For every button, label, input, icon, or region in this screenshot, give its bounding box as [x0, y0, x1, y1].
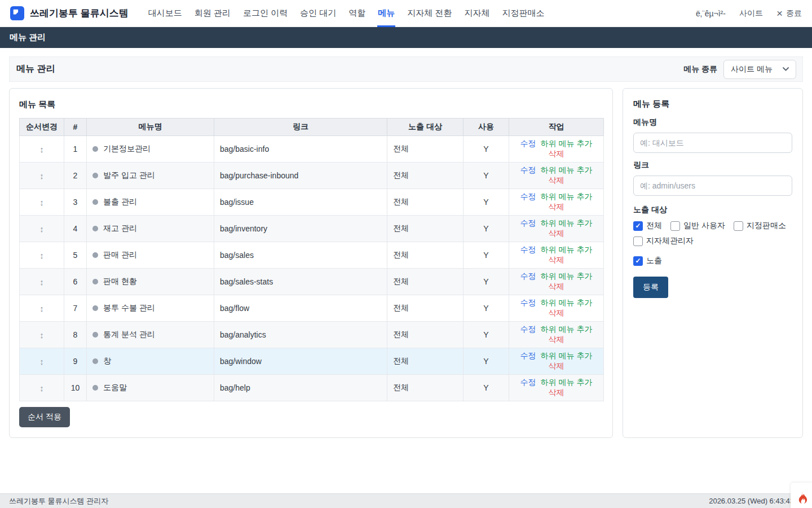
menu-type-select[interactable]: 사이트 메뉴	[723, 60, 796, 79]
add-submenu-link[interactable]: 하위 메뉴 추가	[541, 351, 593, 360]
apply-order-button[interactable]: 순서 적용	[19, 407, 70, 427]
drag-handle-icon[interactable]: ↕	[39, 330, 44, 340]
nav-item[interactable]: 역할	[342, 0, 372, 27]
edit-link[interactable]: 수정	[520, 218, 536, 227]
column-header: 작업	[509, 119, 604, 136]
bullet-icon	[92, 252, 98, 258]
edit-link[interactable]: 수정	[520, 378, 536, 387]
menu-link: bag/purchase-inbound	[220, 171, 298, 180]
delete-link[interactable]: 삭제	[549, 388, 564, 397]
nav-item[interactable]: 대시보드	[142, 0, 188, 27]
edit-link[interactable]: 수정	[520, 245, 536, 254]
delete-link[interactable]: 삭제	[549, 308, 564, 317]
menu-use-flag: Y	[483, 198, 488, 207]
table-cell: ↕	[20, 136, 64, 163]
target-checkbox[interactable]: 지자체관리자	[633, 236, 694, 246]
delete-link[interactable]: 삭제	[549, 335, 564, 344]
delete-link[interactable]: 삭제	[549, 361, 564, 370]
add-submenu-link[interactable]: 하위 메뉴 추가	[541, 378, 593, 387]
table-cell: 수정하위 메뉴 추가삭제	[509, 163, 604, 189]
edit-link[interactable]: 수정	[520, 325, 536, 334]
debug-toolbar-button[interactable]	[791, 483, 812, 508]
add-submenu-link[interactable]: 하위 메뉴 추가	[541, 298, 593, 307]
target-checkbox-group: ✓전체일반 사용자지정판매소지자체관리자	[633, 221, 792, 246]
delete-link[interactable]: 삭제	[549, 229, 564, 238]
add-submenu-link[interactable]: 하위 메뉴 추가	[541, 245, 593, 254]
delete-link[interactable]: 삭제	[549, 282, 564, 291]
site-link[interactable]: 사이트	[739, 8, 763, 19]
drag-handle-icon[interactable]: ↕	[39, 198, 44, 207]
bullet-icon	[92, 279, 98, 284]
drag-handle-icon[interactable]: ↕	[39, 277, 44, 287]
delete-link[interactable]: 삭제	[549, 176, 564, 185]
checkbox-unchecked-icon[interactable]	[734, 221, 743, 231]
menu-name: 창	[103, 356, 111, 365]
drag-handle-icon[interactable]: ↕	[39, 171, 44, 181]
target-checkbox[interactable]: 지정판매소	[734, 221, 786, 231]
edit-link[interactable]: 수정	[520, 165, 536, 174]
table-cell: 전체	[387, 163, 464, 189]
table-cell: 수정하위 메뉴 추가삭제	[509, 216, 604, 242]
add-submenu-link[interactable]: 하위 메뉴 추가	[541, 271, 593, 281]
edit-link[interactable]: 수정	[520, 192, 536, 201]
visible-checkbox[interactable]: ✓노출	[633, 256, 662, 266]
menu-link-input[interactable]	[633, 176, 792, 196]
edit-link[interactable]: 수정	[520, 351, 536, 360]
table-cell: 전체	[387, 375, 464, 401]
table-row: ↕10도움말bag/help전체Y수정하위 메뉴 추가삭제	[20, 375, 604, 401]
checkbox-checked-icon[interactable]: ✓	[633, 256, 643, 266]
delete-link[interactable]: 삭제	[549, 255, 564, 264]
nav-item[interactable]: 메뉴	[372, 0, 401, 27]
table-cell: Y	[464, 322, 509, 348]
table-cell: Y	[464, 375, 509, 401]
table-cell: 5	[64, 242, 87, 269]
nav-item[interactable]: 지자체	[458, 0, 496, 27]
table-cell: ↕	[20, 322, 64, 348]
target-checkbox[interactable]: 일반 사용자	[670, 221, 725, 231]
checkbox-unchecked-icon[interactable]	[670, 221, 680, 231]
logout-button[interactable]: × 종료	[776, 8, 802, 19]
add-submenu-link[interactable]: 하위 메뉴 추가	[541, 325, 593, 334]
checkbox-checked-icon[interactable]: ✓	[633, 221, 643, 231]
menu-name: 봉투 수불 관리	[103, 303, 155, 312]
page-header: 메뉴 관리 메뉴 종류 사이트 메뉴	[9, 56, 803, 82]
row-number: 9	[73, 357, 78, 366]
nav-item[interactable]: 회원 관리	[188, 0, 237, 27]
checkbox-unchecked-icon[interactable]	[633, 237, 643, 246]
edit-link[interactable]: 수정	[520, 271, 536, 281]
menu-name: 재고 관리	[103, 224, 137, 233]
menu-link: bag/flow	[220, 304, 249, 313]
checkbox-label: 지정판매소	[747, 221, 786, 231]
register-button[interactable]: 등록	[633, 277, 668, 298]
add-submenu-link[interactable]: 하위 메뉴 추가	[541, 218, 593, 227]
delete-link[interactable]: 삭제	[549, 149, 564, 158]
menu-use-flag: Y	[483, 171, 488, 180]
menu-type-label: 메뉴 종류	[683, 64, 717, 75]
add-submenu-link[interactable]: 하위 메뉴 추가	[541, 139, 593, 148]
nav-item[interactable]: 로그인 이력	[237, 0, 294, 27]
menu-register-panel: 메뉴 등록 메뉴명 링크 노출 대상 ✓전체일반 사용자지정판매소지자체관리자 …	[623, 88, 803, 438]
delete-link[interactable]: 삭제	[549, 202, 564, 211]
drag-handle-icon[interactable]: ↕	[39, 357, 44, 366]
user-name-text: ë‚¨êµ¬ì²-	[696, 9, 726, 18]
nav-item[interactable]: 지정판매소	[496, 0, 550, 27]
drag-handle-icon[interactable]: ↕	[39, 304, 44, 313]
bullet-icon	[92, 332, 98, 338]
row-number: 8	[73, 330, 78, 339]
add-submenu-link[interactable]: 하위 메뉴 추가	[541, 165, 593, 174]
menu-name-input[interactable]	[633, 133, 792, 153]
drag-handle-icon[interactable]: ↕	[39, 251, 44, 260]
drag-handle-icon[interactable]: ↕	[39, 144, 44, 154]
drag-handle-icon[interactable]: ↕	[39, 224, 44, 234]
edit-link[interactable]: 수정	[520, 298, 536, 307]
target-checkbox[interactable]: ✓전체	[633, 221, 662, 231]
drag-handle-icon[interactable]: ↕	[39, 383, 44, 393]
nav-item[interactable]: 승인 대기	[294, 0, 342, 27]
menu-use-flag: Y	[483, 277, 488, 286]
nav-item[interactable]: 지자체 전환	[401, 0, 458, 27]
flame-icon	[796, 492, 807, 505]
add-submenu-link[interactable]: 하위 메뉴 추가	[541, 192, 593, 201]
edit-link[interactable]: 수정	[520, 139, 536, 148]
menu-link: bag/basic-info	[220, 144, 269, 154]
table-cell: 전체	[387, 348, 464, 375]
